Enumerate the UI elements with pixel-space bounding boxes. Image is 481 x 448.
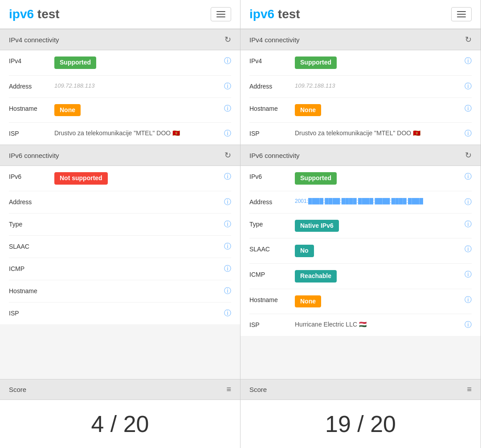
left-ipv6-address-label: Address [9, 198, 49, 206]
right-score-list-icon[interactable]: ≡ [467, 385, 472, 394]
logo-ipv6-left: ipv6 [9, 7, 34, 21]
right-ipv6-title: IPv6 connectivity [249, 152, 300, 159]
right-score-header: Score ≡ [240, 379, 481, 400]
right-isp-label: ISP [249, 129, 289, 137]
right-header: ipv6 test [240, 0, 481, 29]
left-ipv6-row: IPv6 Not supported ⓘ [9, 166, 231, 191]
right-score-label: Score [249, 386, 267, 393]
right-hostname-value: None [295, 104, 457, 117]
right-ipv6-badge: Supported [295, 172, 337, 185]
right-slaac-row: SLAAC No ⓘ [249, 238, 472, 264]
left-address-label: Address [9, 82, 49, 90]
right-isp-help-icon[interactable]: ⓘ [463, 129, 472, 138]
right-isp-row: ISP Drustvo za telekomunikacije "MTEL" D… [249, 123, 472, 145]
left-score-value: 4 / 20 [0, 400, 240, 448]
left-score-header: Score ≡ [0, 379, 240, 400]
right-ipv6-row: IPv6 Supported ⓘ [249, 166, 472, 191]
left-ipv4-value: Supported [54, 57, 217, 69]
left-slaac-row: SLAAC ⓘ [9, 236, 231, 258]
left-ipv6-address-help-icon[interactable]: ⓘ [222, 198, 231, 207]
right-type-label: Type [249, 220, 289, 228]
right-ipv6-help-icon[interactable]: ⓘ [463, 172, 472, 182]
right-icmp-help-icon[interactable]: ⓘ [463, 270, 472, 279]
left-address-help-icon[interactable]: ⓘ [222, 82, 231, 91]
left-ipv6-title: IPv6 connectivity [9, 152, 59, 159]
right-icmp-value: Reachable [295, 270, 457, 283]
left-ipv6-hostname-row: Hostname ⓘ [9, 280, 231, 303]
left-isp-row: ISP Drustvo za telekomunikacije "MTEL" D… [9, 123, 231, 145]
left-ipv6-label: IPv6 [9, 172, 49, 180]
left-ipv6-refresh-icon[interactable]: ↻ [224, 150, 231, 160]
right-hostname-help-icon[interactable]: ⓘ [463, 104, 472, 113]
right-address-label: Address [249, 82, 289, 90]
right-ipv6-isp-label: ISP [249, 320, 289, 328]
left-ipv6-help-icon[interactable]: ⓘ [222, 172, 231, 182]
right-logo: ipv6 test [249, 7, 300, 21]
right-icmp-badge: Reachable [295, 270, 337, 283]
left-address-value: 109.72.188.113 [54, 82, 217, 90]
right-ipv6-value: Supported [295, 172, 457, 185]
right-ipv6-address-help-icon[interactable]: ⓘ [463, 198, 472, 207]
right-slaac-label: SLAAC [249, 245, 289, 253]
left-ipv4-section-header: IPv4 connectivity ↻ [0, 29, 240, 50]
right-ipv6-address-row: Address 2001:████:████:████:████:████:██… [249, 191, 472, 214]
right-type-row: Type Native IPv6 ⓘ [249, 214, 472, 239]
right-type-help-icon[interactable]: ⓘ [463, 220, 472, 229]
right-ipv6-hostname-badge: None [295, 295, 321, 308]
left-hostname-help-icon[interactable]: ⓘ [222, 104, 231, 113]
left-ipv4-data: IPv4 Supported ⓘ Address 109.72.188.113 … [0, 50, 240, 145]
right-ipv6-refresh-icon[interactable]: ↻ [465, 150, 472, 160]
left-ipv6-isp-help-icon[interactable]: ⓘ [222, 309, 231, 318]
left-address-row: Address 109.72.188.113 ⓘ [9, 76, 231, 98]
left-score-section: Score ≡ 4 / 20 [0, 379, 240, 448]
right-ipv4-refresh-icon[interactable]: ↻ [465, 35, 472, 44]
left-ipv4-refresh-icon[interactable]: ↻ [224, 35, 231, 44]
right-ipv4-value: Supported [295, 57, 457, 69]
right-slaac-help-icon[interactable]: ⓘ [463, 245, 472, 254]
logo-ipv6-right: ipv6 [249, 7, 274, 21]
hamburger-button-right[interactable] [451, 7, 472, 21]
left-type-help-icon[interactable]: ⓘ [222, 220, 231, 229]
right-ipv4-label: IPv4 [249, 57, 289, 65]
hamburger-button-left[interactable] [211, 7, 231, 21]
right-isp-value: Drustvo za telekomunikacije "MTEL" DOO 🇲… [295, 129, 457, 138]
right-icmp-label: ICMP [249, 270, 289, 278]
left-ipv4-badge: Supported [54, 57, 96, 69]
left-header: ipv6 test [0, 0, 240, 29]
logo-test-right: test [278, 7, 300, 21]
right-hostname-label: Hostname [249, 104, 289, 112]
left-hostname-row: Hostname None ⓘ [9, 98, 231, 123]
left-ipv6-address-row: Address ⓘ [9, 191, 231, 214]
hamburger-line-1 [216, 11, 225, 12]
right-ipv6-isp-help-icon[interactable]: ⓘ [463, 320, 472, 330]
left-type-label: Type [9, 220, 49, 228]
right-hostname-row: Hostname None ⓘ [249, 98, 472, 123]
right-address-help-icon[interactable]: ⓘ [463, 82, 472, 91]
left-score-list-icon[interactable]: ≡ [226, 385, 231, 394]
right-slaac-badge: No [295, 245, 314, 257]
left-isp-value: Drustvo za telekomunikacije "MTEL" DOO 🇲… [54, 129, 217, 138]
right-ipv4-section-header: IPv4 connectivity ↻ [240, 29, 481, 50]
hamburger-line-r1 [457, 11, 466, 12]
left-score-label: Score [9, 386, 26, 393]
left-hostname-label: Hostname [9, 104, 49, 112]
right-type-badge: Native IPv6 [295, 220, 339, 232]
right-ipv4-help-icon[interactable]: ⓘ [463, 57, 472, 66]
right-address-value: 109.72.188.113 [295, 82, 457, 90]
left-icmp-help-icon[interactable]: ⓘ [222, 264, 231, 274]
right-ipv4-row: IPv4 Supported ⓘ [249, 50, 472, 76]
right-score-section: Score ≡ 19 / 20 [240, 379, 481, 448]
right-score-value: 19 / 20 [240, 400, 481, 448]
left-icmp-label: ICMP [9, 264, 49, 272]
left-ipv4-help-icon[interactable]: ⓘ [222, 57, 231, 66]
left-ipv6-hostname-help-icon[interactable]: ⓘ [222, 287, 231, 296]
right-ipv6-label: IPv6 [249, 172, 289, 180]
left-type-row: Type ⓘ [9, 214, 231, 236]
left-isp-help-icon[interactable]: ⓘ [222, 129, 231, 138]
left-slaac-help-icon[interactable]: ⓘ [222, 242, 231, 251]
right-slaac-value: No [295, 245, 457, 257]
right-ipv6-address-value: 2001:████:████:████:████:████:████:████ [295, 198, 457, 205]
right-panel: ipv6 test IPv4 connectivity ↻ IPv4 Suppo… [240, 0, 481, 448]
right-ipv6-isp-value: Hurricane Electric LLC 🇭🇺 [295, 320, 457, 329]
right-ipv6-hostname-help-icon[interactable]: ⓘ [463, 295, 472, 305]
